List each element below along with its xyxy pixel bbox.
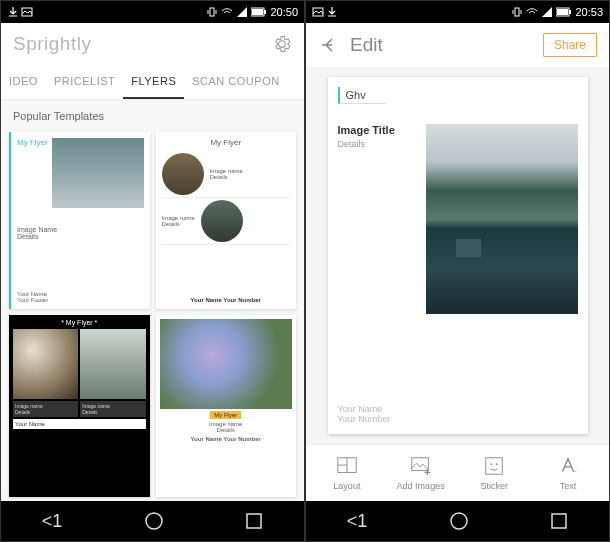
wifi-icon [526, 6, 538, 18]
status-time: 20:53 [575, 6, 603, 18]
template-card[interactable]: * My Flyer * Image nameDetails Image nam… [9, 315, 150, 497]
template-label: My Flyer [17, 138, 48, 147]
page-title: Edit [350, 34, 383, 56]
back-icon[interactable] [318, 35, 338, 55]
svg-rect-14 [486, 458, 503, 475]
svg-point-5 [146, 513, 162, 529]
image-icon [21, 6, 33, 18]
svg-point-17 [451, 513, 467, 529]
template-image [162, 153, 204, 195]
your-name-field[interactable]: Your Name [338, 404, 578, 414]
signal-icon [541, 6, 553, 18]
svg-rect-3 [252, 9, 263, 15]
edit-header: Edit Share [306, 23, 609, 67]
tab-bar: IDEO PRICELIST FLYERS SCAN COUPON [1, 65, 304, 100]
share-button[interactable]: Share [543, 33, 597, 57]
tab-pricelist[interactable]: PRICELIST [46, 65, 123, 99]
svg-rect-11 [569, 10, 571, 14]
template-card[interactable]: My Flyer Image Name Details Your Name Yo… [9, 132, 150, 309]
battery-icon [556, 7, 572, 17]
download-icon [7, 6, 19, 18]
nav-bar: <1 [1, 501, 304, 541]
svg-rect-4 [264, 10, 266, 14]
template-image [52, 138, 144, 208]
template-card[interactable]: My Flyer Image name Details Your Name Yo… [156, 315, 297, 497]
svg-rect-8 [515, 8, 519, 16]
battery-icon [251, 7, 267, 17]
template-image [160, 319, 293, 409]
template-grid: My Flyer Image Name Details Your Name Yo… [1, 128, 304, 501]
template-image [201, 200, 243, 242]
nav-home-button[interactable] [144, 511, 164, 531]
nav-back-button[interactable]: <1 [42, 511, 63, 532]
status-time: 20:50 [270, 6, 298, 18]
flyer-canvas[interactable]: Ghv Image Title Details Your Name Your N… [328, 77, 588, 434]
svg-point-16 [496, 463, 498, 465]
layout-tool[interactable]: Layout [310, 455, 384, 491]
status-bar: 20:53 [306, 1, 609, 23]
template-image [13, 329, 78, 399]
canvas-area: Ghv Image Title Details Your Name Your N… [306, 67, 609, 444]
svg-rect-18 [552, 514, 566, 528]
tab-video[interactable]: IDEO [1, 65, 46, 99]
sticker-tool[interactable]: Sticker [458, 455, 532, 491]
nav-home-button[interactable] [449, 511, 469, 531]
nav-bar: <1 [306, 501, 609, 541]
gear-icon[interactable] [272, 34, 292, 54]
wifi-icon [221, 6, 233, 18]
vibrate-icon [206, 6, 218, 18]
layout-icon [335, 455, 359, 477]
add-images-tool[interactable]: Add Images [384, 455, 458, 491]
download-icon [326, 6, 338, 18]
text-icon [556, 455, 580, 477]
nav-recent-button[interactable] [550, 512, 568, 530]
image-details[interactable]: Details [338, 139, 418, 149]
template-image [80, 329, 145, 399]
svg-rect-6 [247, 514, 261, 528]
status-bar: 20:50 [1, 1, 304, 23]
svg-rect-13 [411, 458, 428, 471]
app-title: Sprightly [13, 33, 91, 55]
flyer-tag[interactable]: Ghv [338, 87, 386, 104]
tab-scan-coupon[interactable]: SCAN COUPON [184, 65, 287, 99]
text-tool[interactable]: Text [531, 455, 605, 491]
svg-rect-10 [557, 9, 568, 15]
sticker-icon [482, 455, 506, 477]
section-label: Popular Templates [1, 100, 304, 128]
nav-recent-button[interactable] [245, 512, 263, 530]
svg-point-15 [491, 463, 493, 465]
template-label: * My Flyer * [13, 319, 146, 326]
app-header: Sprightly [1, 23, 304, 65]
add-image-icon [409, 455, 433, 477]
nav-back-button[interactable]: <1 [347, 511, 368, 532]
svg-rect-1 [210, 8, 214, 16]
tab-flyers[interactable]: FLYERS [123, 65, 184, 99]
signal-icon [236, 6, 248, 18]
vibrate-icon [511, 6, 523, 18]
image-title[interactable]: Image Title [338, 124, 418, 136]
image-icon [312, 6, 324, 18]
your-number-field[interactable]: Your Number [338, 414, 578, 424]
template-card[interactable]: My Flyer Image name Details Image name D… [156, 132, 297, 309]
template-label: My Flyer [210, 138, 241, 147]
tool-bar: Layout Add Images Sticker Text [306, 444, 609, 501]
template-label: My Flyer [210, 411, 241, 419]
flyer-image[interactable] [426, 124, 578, 314]
